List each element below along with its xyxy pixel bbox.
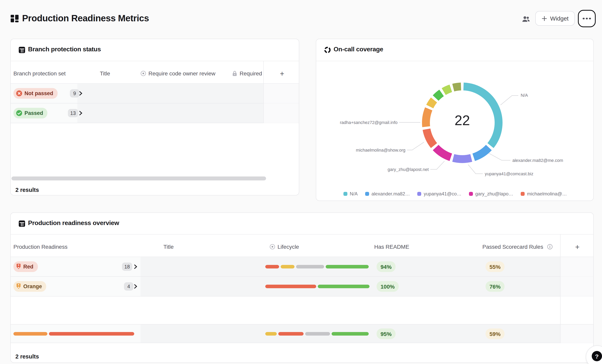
- legend-item[interactable]: michaelmolina@…: [521, 191, 567, 197]
- donut-label-na: N/A: [521, 93, 528, 97]
- donut-segment-unlabeled-2: [436, 93, 441, 98]
- medal-icon: [16, 283, 21, 289]
- expand-chevron-icon[interactable]: [133, 284, 138, 289]
- x-circle-icon: [16, 90, 22, 96]
- circle-dot-icon: [140, 71, 146, 76]
- legend-item[interactable]: gary_zhu@lapo…: [469, 191, 513, 197]
- status-badge-not-passed[interactable]: Not passed: [13, 88, 58, 99]
- column-lifecycle: Lifecycle: [270, 244, 299, 250]
- row-count: 13: [68, 109, 78, 117]
- oncall-card-header: On-call coverage: [316, 39, 593, 61]
- plus-icon: [541, 16, 547, 21]
- production-readiness-card: Production readiness overview Production…: [10, 212, 594, 363]
- dot: [586, 18, 588, 20]
- readiness-summary-bars: [13, 332, 134, 336]
- legend-swatch: [344, 192, 347, 196]
- row-count: 4: [124, 282, 133, 290]
- branch-protection-card: Branch protection status Branch protecti…: [10, 39, 299, 195]
- expand-chevron-icon[interactable]: [79, 91, 83, 96]
- oncall-donut-chart: 22 N/A alexander.ma82@me.com yupanya41@c…: [316, 61, 594, 201]
- dot: [583, 18, 585, 20]
- dot: [589, 18, 591, 20]
- column-branch-protection-set: Branch protection set: [13, 70, 66, 77]
- table-row-passed[interactable]: Passed 13: [11, 103, 299, 123]
- readiness-badge-orange[interactable]: Orange: [13, 281, 46, 292]
- legend-swatch: [418, 192, 421, 196]
- donut-label-alexander: alexander.ma82@me.com: [512, 158, 563, 163]
- passed-rules-value: 76%: [485, 281, 505, 292]
- more-options-button[interactable]: [578, 10, 596, 27]
- page-title: Production Readiness Metrics: [22, 13, 149, 24]
- chart-legend: N/Aalexander.ma82…yupanya41@co…gary_zhu@…: [316, 191, 594, 197]
- readiness-badge-red[interactable]: Red: [13, 261, 38, 272]
- passed-rules-summary: 59%: [485, 329, 505, 339]
- donut-segment-michaelmolina@show.org: [427, 129, 434, 146]
- row-count: 18: [122, 263, 132, 271]
- has-readme-value: 100%: [376, 281, 399, 292]
- has-readme-value: 94%: [376, 261, 396, 272]
- legend-swatch: [469, 192, 473, 196]
- donut-segment-unlabeled-1: [430, 100, 434, 107]
- lifecycle-summary-bars: [265, 332, 369, 336]
- donut-total: 22: [439, 113, 486, 128]
- table-icon: [19, 47, 25, 53]
- dashboard-page: Production Readiness Metrics Widget Bran…: [0, 0, 602, 364]
- column-production-readiness: Production Readiness: [13, 244, 67, 250]
- legend-item[interactable]: alexander.ma82…: [365, 191, 410, 197]
- circle-dot-icon: [270, 244, 275, 249]
- table-row-orange[interactable]: Orange 4 100% 76%: [11, 277, 593, 297]
- legend-swatch: [521, 192, 525, 196]
- card-title: Branch protection status: [28, 46, 101, 53]
- info-icon[interactable]: [547, 244, 553, 249]
- status-badge-passed[interactable]: Passed: [13, 108, 48, 118]
- table-icon: [19, 220, 25, 227]
- legend-item[interactable]: yupanya41@co…: [418, 191, 462, 197]
- donut-icon: [324, 47, 331, 53]
- donut-label-gary-zhu: gary_zhu@lapost.net: [388, 167, 429, 172]
- legend-item[interactable]: N/A: [344, 191, 358, 197]
- check-circle-icon: [16, 110, 22, 116]
- lifecycle-bars: [265, 285, 369, 288]
- dashboard-icon: [11, 14, 19, 22]
- donut-label-yupanya: yupanya41@comcast.biz: [485, 171, 533, 176]
- donut-label-radha: radha+sanchez72@gmail.info: [340, 120, 398, 125]
- medal-icon: [16, 264, 21, 270]
- expand-chevron-icon[interactable]: [79, 110, 83, 116]
- donut-segment-alexander.ma82@me.com: [474, 148, 489, 157]
- add-widget-label: Widget: [550, 15, 569, 22]
- branch-protection-card-header: Branch protection status: [11, 39, 299, 61]
- people-icon[interactable]: [521, 15, 531, 24]
- column-passed-scorecard-rules: Passed Scorecard Rules: [482, 244, 553, 250]
- donut-segment-yupanya41@comcast.biz: [453, 158, 471, 159]
- card-title: Production readiness overview: [28, 220, 119, 227]
- add-widget-button[interactable]: Widget: [535, 11, 575, 26]
- add-column-area: [560, 324, 594, 343]
- lock-icon: [232, 71, 237, 76]
- add-column-button[interactable]: +: [280, 69, 284, 78]
- table-row-red[interactable]: Red 18 94% 55%: [11, 257, 593, 277]
- column-required: Required: [232, 70, 263, 77]
- column-require-code-owner-review: Require code owner review: [140, 70, 215, 77]
- card-title: On-call coverage: [333, 46, 383, 53]
- column-divider: [263, 61, 264, 123]
- donut-label-michaelmolina: michaelmolina@show.org: [356, 148, 405, 152]
- column-has-readme: Has README: [374, 244, 409, 250]
- horizontal-scrollbar[interactable]: [11, 176, 266, 181]
- summary-row: 95% 59%: [11, 324, 593, 343]
- donut-svg: [316, 61, 594, 201]
- donut-segment-unlabeled-3: [444, 88, 451, 91]
- results-count: 2 results: [15, 353, 39, 360]
- column-divider: [560, 234, 560, 343]
- add-column-button[interactable]: +: [575, 243, 580, 251]
- add-column-area: [264, 84, 299, 123]
- donut-segment-unlabeled-4: [453, 86, 461, 88]
- column-title: Title: [100, 70, 110, 77]
- lifecycle-bars: [265, 265, 369, 268]
- question-mark-icon: ?: [592, 351, 602, 361]
- passed-rules-value: 55%: [485, 261, 505, 272]
- column-title: Title: [163, 244, 174, 250]
- has-readme-summary: 95%: [376, 329, 396, 339]
- expand-chevron-icon[interactable]: [133, 264, 138, 269]
- results-count: 2 results: [15, 187, 39, 193]
- table-row-not-passed[interactable]: Not passed 9: [11, 84, 299, 103]
